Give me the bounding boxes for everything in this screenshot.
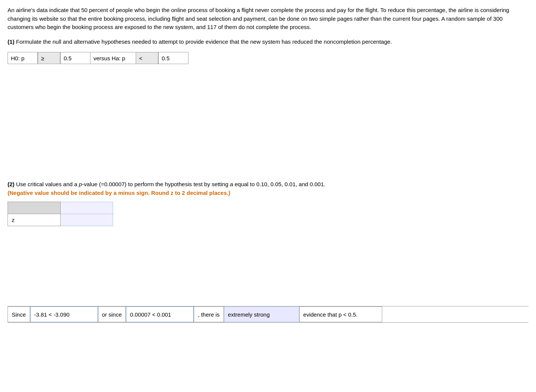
extremely-strong-text: extremely strong — [228, 311, 270, 318]
intro-paragraph: An airline's data indicate that 50 perce… — [8, 6, 528, 32]
ha-value-cell[interactable]: 0.5 — [158, 52, 188, 64]
since-label: Since — [12, 311, 26, 318]
p-value-text: 0.00007 < 0.001 — [130, 311, 171, 318]
question-2: (2) Use critical values and a p-value (=… — [8, 180, 528, 197]
table-row-z: z — [8, 214, 113, 226]
h0-value: 0.5 — [64, 55, 72, 61]
evidence-cell: evidence that p < 0.5. — [299, 306, 382, 322]
h0-label-cell: H0: p — [8, 52, 38, 64]
z-value-cell[interactable]: -3.81 < -3.090 — [30, 306, 98, 322]
bottom-row: Since -3.81 < -3.090 or since 0.00007 < … — [8, 306, 528, 323]
z-table-container: z — [8, 202, 528, 226]
question-1-text: Formulate the null and alternative hypot… — [16, 38, 392, 45]
h0-value-cell[interactable]: 0.5 — [60, 52, 90, 64]
p-value-cell[interactable]: 0.00007 < 0.001 — [126, 306, 194, 322]
versus-label: versus Ha: p — [93, 55, 125, 61]
h0-operator-cell[interactable]: ≥ — [38, 52, 60, 64]
table-header-col2-input[interactable] — [60, 202, 113, 214]
z-value-text: -3.81 < -3.090 — [34, 311, 70, 318]
ha-value: 0.5 — [162, 55, 170, 61]
evidence-text: evidence that p < 0.5. — [303, 311, 358, 318]
comma-there-is-text: , there is — [198, 311, 220, 318]
question-2-warning: (Negative value should be indicated by a… — [8, 190, 230, 196]
z-label: z — [12, 217, 15, 223]
table-row-header — [8, 202, 113, 214]
or-since-cell: or since — [98, 306, 126, 322]
question-1-label: (1) — [8, 38, 14, 45]
hypothesis-row: H0: p ≥ 0.5 versus Ha: p < 0.5 — [8, 52, 528, 64]
section-gap-1 — [8, 67, 528, 180]
z-table: z — [8, 202, 113, 226]
extremely-strong-cell[interactable]: extremely strong — [224, 306, 299, 322]
comma-there-is-cell: , there is — [194, 306, 224, 322]
question-2-text: Use critical values and a p-value (=0.00… — [16, 181, 326, 187]
ha-operator-cell[interactable]: < — [136, 52, 158, 64]
h0-label: H0: p — [11, 55, 25, 61]
table-header-col1 — [8, 202, 61, 214]
or-since-label: or since — [102, 311, 122, 318]
ha-operator: < — [139, 55, 142, 61]
table-z-label-cell: z — [8, 214, 61, 226]
versus-cell: versus Ha: p — [90, 52, 136, 64]
bottom-gap — [8, 231, 528, 306]
h0-operator: ≥ — [41, 55, 44, 61]
question-2-label: (2) — [8, 181, 14, 187]
question-1: (1) Formulate the null and alternative h… — [8, 38, 528, 46]
since-cell: Since — [8, 306, 30, 322]
table-z-input-cell[interactable] — [60, 214, 113, 226]
